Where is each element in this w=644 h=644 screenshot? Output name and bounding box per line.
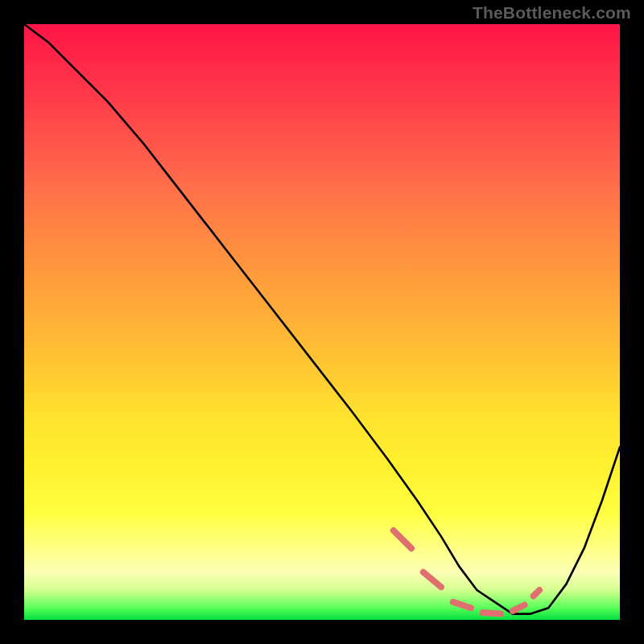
sweet-spot-dash <box>394 530 411 548</box>
curve-svg <box>24 24 620 620</box>
chart-stage: TheBottleneck.com <box>0 0 644 644</box>
sweet-spot-dash <box>483 613 501 614</box>
sweet-spot-dash <box>423 572 441 588</box>
bottleneck-curve <box>24 24 620 614</box>
sweet-spot-dash <box>513 605 525 611</box>
sweet-spot-dash <box>534 590 539 596</box>
sweet-spot-dash <box>453 602 471 608</box>
plot-area <box>24 24 620 620</box>
sweet-spot-dashes <box>394 530 539 614</box>
watermark-text: TheBottleneck.com <box>473 3 631 23</box>
